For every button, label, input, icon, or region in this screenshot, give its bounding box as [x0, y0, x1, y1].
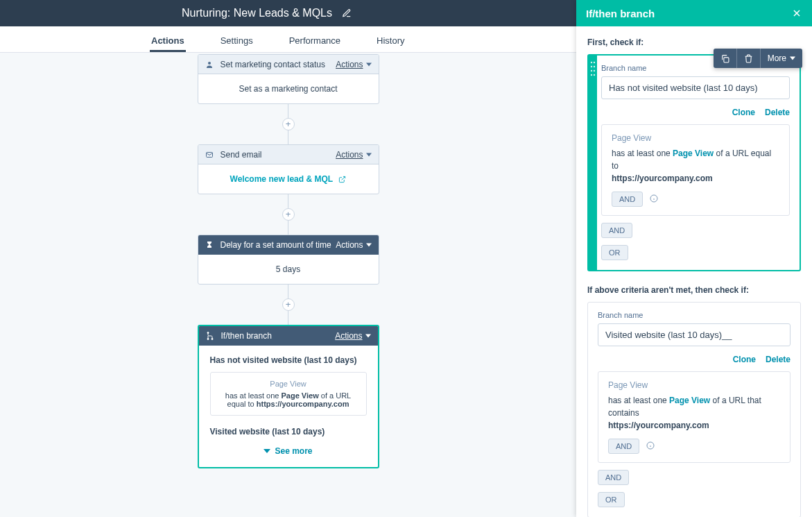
card-body: Has not visited website (last 10 days) P… [199, 346, 378, 467]
svg-point-9 [594, 66, 595, 67]
tab-performance[interactable]: Performance [288, 28, 342, 52]
branch-name-label: Branch name [598, 311, 791, 319]
svg-point-7 [594, 62, 595, 63]
svg-point-8 [591, 66, 592, 67]
svg-point-0 [208, 62, 211, 65]
side-panel: If/then branch More First, check if: Bra… [576, 0, 812, 517]
clone-button[interactable]: Clone [733, 355, 756, 364]
connector [288, 221, 288, 235]
card-header: If/then branch Actions [199, 326, 378, 346]
info-icon[interactable] [650, 194, 658, 203]
page-view-link[interactable]: Page View [669, 396, 710, 405]
card-body: Welcome new lead & MQL [198, 164, 379, 194]
svg-point-13 [594, 74, 595, 76]
tab-history[interactable]: History [375, 28, 406, 52]
card-set-marketing-status[interactable]: Set marketing contact status Actions Set… [198, 54, 379, 104]
add-step-button[interactable]: + [282, 118, 295, 130]
email-link[interactable]: Welcome new lead & MQL [230, 174, 333, 184]
hourglass-icon [205, 241, 215, 249]
and-button[interactable]: AND [598, 470, 629, 485]
criteria-box[interactable]: Page View has at least one Page View of … [601, 124, 790, 216]
svg-point-11 [594, 70, 595, 71]
card-actions-menu[interactable]: Actions [336, 150, 371, 160]
branch-icon [206, 332, 216, 340]
page-view-label: Page View [219, 380, 358, 388]
branch-2-title: Visited website (last 10 days) [210, 427, 367, 437]
contact-icon [205, 60, 215, 69]
card-actions-menu[interactable]: Actions [336, 240, 371, 250]
branch-editor-1: Branch name Clone Delete Page View has a… [587, 54, 801, 271]
or-button[interactable]: OR [598, 492, 625, 507]
svg-rect-5 [724, 57, 729, 62]
or-button[interactable]: OR [601, 245, 628, 260]
connector [288, 311, 288, 325]
svg-point-2 [207, 332, 209, 334]
inner-and-button[interactable]: AND [608, 439, 639, 454]
card-title: If/then branch [221, 331, 336, 341]
criteria-text: has at least one Page View of a URL equa… [612, 147, 779, 185]
see-more-button[interactable]: See more [210, 446, 367, 456]
side-panel-body: First, check if: Branch name Clone Delet… [576, 26, 812, 517]
criteria-text: has at least one Page View of a URL that… [608, 394, 780, 432]
side-panel-title: If/then branch [586, 8, 655, 19]
add-step-button[interactable]: + [282, 208, 295, 221]
card-header: Set marketing contact status Actions [198, 55, 379, 74]
filter-summary[interactable]: Page View has at least one Page View of … [210, 372, 367, 416]
close-icon[interactable] [791, 8, 802, 19]
card-title: Set marketing contact status [221, 60, 336, 69]
branch-name-input[interactable] [598, 323, 791, 346]
delete-link[interactable]: Delete [766, 355, 791, 364]
card-title: Send email [221, 150, 336, 160]
more-menu[interactable]: More [761, 49, 802, 68]
edit-title-icon[interactable] [342, 8, 352, 18]
criteria-category: Page View [612, 133, 779, 143]
workflow-title: Nurturing: New Leads & MQLs [182, 7, 332, 19]
add-step-button[interactable]: + [282, 298, 295, 311]
first-check-label: First, check if: [587, 37, 801, 47]
card-title: Delay for a set amount of time [221, 240, 336, 250]
card-body: Set as a marketing contact [198, 74, 379, 103]
connector [288, 130, 288, 144]
card-body: 5 days [198, 255, 379, 284]
else-check-label: If above criteria aren't met, then check… [587, 285, 801, 295]
drag-handle-icon[interactable] [589, 56, 597, 270]
criteria-category: Page View [608, 380, 780, 390]
card-header: Send email Actions [198, 145, 379, 164]
branch-editor-2: Branch name Clone Delete Page View has a… [587, 302, 801, 517]
delete-button[interactable] [737, 49, 761, 68]
external-link-icon [338, 176, 346, 183]
connector [288, 104, 288, 118]
workflow-flow: Set marketing contact status Actions Set… [198, 54, 379, 468]
svg-point-12 [591, 74, 592, 76]
card-send-email[interactable]: Send email Actions Welcome new lead & MQ… [198, 144, 379, 194]
card-header: Delay for a set amount of time Actions [198, 235, 379, 255]
card-delay[interactable]: Delay for a set amount of time Actions 5… [198, 235, 379, 285]
svg-point-3 [211, 339, 213, 340]
connector [288, 194, 288, 208]
copy-button[interactable] [714, 49, 737, 68]
and-button[interactable]: AND [601, 223, 632, 238]
workflow-canvas[interactable]: Set marketing contact status Actions Set… [0, 53, 576, 517]
tab-actions[interactable]: Actions [150, 28, 186, 52]
side-panel-header: If/then branch [576, 0, 812, 26]
branch-1-title: Has not visited website (last 10 days) [210, 355, 367, 365]
card-if-then-branch[interactable]: If/then branch Actions Has not visited w… [198, 325, 379, 468]
svg-point-10 [591, 70, 592, 71]
info-icon[interactable] [646, 441, 655, 450]
tab-settings[interactable]: Settings [219, 28, 254, 52]
page-view-link[interactable]: Page View [673, 149, 714, 158]
clone-button[interactable]: Clone [732, 108, 755, 117]
branch-name-input[interactable] [601, 76, 790, 99]
delete-link[interactable]: Delete [765, 108, 790, 117]
card-actions-menu[interactable]: Actions [336, 60, 371, 69]
svg-point-6 [591, 62, 592, 63]
email-icon [205, 151, 215, 159]
branch-toolbar: More [714, 49, 802, 68]
criteria-box[interactable]: Page View has at least one Page View of … [598, 371, 791, 463]
inner-and-button[interactable]: AND [612, 192, 643, 207]
card-actions-menu[interactable]: Actions [335, 331, 370, 341]
connector [288, 285, 288, 298]
